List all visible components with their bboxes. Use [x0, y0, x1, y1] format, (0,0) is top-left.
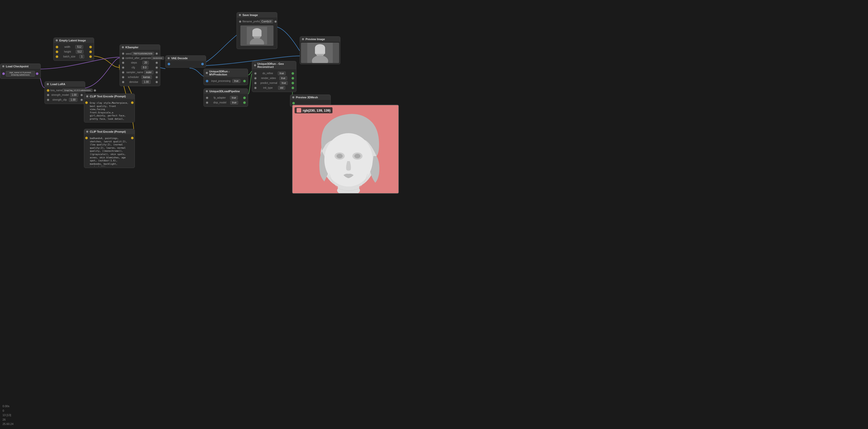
height-port-right[interactable] — [89, 51, 92, 53]
strength-model-port-right[interactable] — [81, 94, 83, 96]
predict-normal-value[interactable]: true — [280, 81, 288, 85]
strength-model-port-left[interactable] — [47, 94, 49, 96]
batch-value[interactable]: 1 — [80, 55, 85, 59]
input-processing-port-left[interactable] — [206, 80, 208, 82]
render-video-row: render_video true — [253, 76, 295, 80]
scheduler-port-left[interactable] — [122, 76, 124, 78]
strength-model-value[interactable]: 1.00 — [70, 93, 79, 97]
init-type-port-right[interactable] — [291, 87, 294, 89]
input-processing-port-right[interactable] — [243, 80, 246, 82]
init-type-port-left[interactable] — [254, 87, 257, 89]
unique3d-pipeline-header: Unique3DLoadPipeline — [204, 89, 248, 94]
denoise-port-right[interactable] — [155, 81, 158, 84]
status-value4: 25.60.24 — [3, 422, 13, 426]
strength-clip-value[interactable]: 1.00 — [69, 98, 78, 102]
render-video-port-left[interactable] — [254, 77, 257, 79]
width-port-right[interactable] — [89, 46, 92, 48]
lora-name-port-right[interactable] — [94, 89, 96, 92]
sampler-value[interactable]: euler — [144, 70, 153, 74]
svg-point-14 — [324, 133, 373, 187]
width-port-left[interactable] — [56, 46, 58, 48]
fp-adapter-port-left[interactable] — [206, 97, 208, 99]
lora-name-port-left[interactable] — [47, 89, 49, 92]
ckpt-port-right[interactable] — [36, 72, 38, 75]
height-label: height — [64, 50, 71, 53]
steps-port-right[interactable] — [155, 62, 158, 64]
disp-model-port-right[interactable] — [243, 101, 246, 104]
batch-port-right[interactable] — [89, 56, 92, 58]
strength-clip-port-left[interactable] — [47, 99, 49, 101]
seed-port-left[interactable] — [122, 52, 124, 55]
do-refine-port-left[interactable] — [254, 72, 257, 75]
width-value[interactable]: 512 — [75, 45, 83, 49]
ksampler-indicator — [122, 46, 124, 48]
vae-in-port[interactable] — [168, 63, 170, 65]
seed-value[interactable]: 788701650962939 — [131, 52, 154, 56]
save-image-title: Save Image — [242, 13, 258, 16]
lora-name-row: lora_name GrayClay_V1.5.5.safetensors — [46, 88, 84, 93]
fp-adapter-port-right[interactable] — [243, 97, 246, 99]
status-time: 0.00s — [3, 404, 13, 409]
control-label: control_after_generate — [125, 57, 151, 60]
filename-port-left[interactable] — [239, 20, 241, 23]
disp-model-port-left[interactable] — [206, 101, 208, 104]
ksampler-header: KSampler — [120, 45, 160, 50]
height-value[interactable]: 512 — [76, 50, 84, 54]
steps-port-left[interactable] — [122, 62, 124, 64]
cfg-value[interactable]: 8.0 — [141, 66, 148, 69]
save-image-indicator — [239, 14, 241, 16]
input-processing-value[interactable]: true — [232, 79, 240, 83]
clip-neg-in-port[interactable] — [85, 137, 88, 139]
filename-port-right[interactable] — [274, 20, 277, 23]
vae-port-row — [167, 62, 205, 66]
svg-point-18 — [354, 154, 361, 158]
clip-pos-out-port[interactable] — [131, 101, 133, 104]
render-video-value[interactable]: true — [279, 76, 287, 80]
denoise-value[interactable]: 1.00 — [142, 80, 150, 84]
preview-image-svg — [307, 43, 333, 63]
height-port-left[interactable] — [56, 51, 58, 53]
width-row: width 512 — [55, 44, 93, 49]
lora-indicator — [47, 83, 49, 85]
init-type-value[interactable]: std — [278, 86, 285, 90]
unique3d-geo-indicator — [254, 64, 256, 66]
scheduler-port-right[interactable] — [155, 76, 158, 78]
steps-label: steps — [131, 61, 137, 64]
do-refine-port-right[interactable] — [291, 72, 294, 75]
preview-3dmesh-title: Preview 3DMesh — [296, 96, 318, 99]
sampler-port-right[interactable] — [155, 71, 158, 74]
lora-name-value[interactable]: GrayClay_V1.5.5.safetensors — [62, 89, 93, 92]
strength-clip-port-right[interactable] — [81, 99, 83, 101]
fp-adapter-value[interactable]: true — [230, 96, 238, 100]
control-value[interactable]: randomize — [151, 57, 164, 60]
mesh-in-port[interactable] — [292, 102, 295, 104]
clip-pos-in-port[interactable] — [85, 101, 88, 104]
clip-neg-out-port[interactable] — [131, 137, 133, 139]
denoise-port-left[interactable] — [122, 81, 124, 84]
disp-model-value[interactable]: true — [230, 101, 238, 104]
clip-neg-textarea[interactable] — [89, 136, 130, 166]
predict-normal-row: predict_normal true — [253, 80, 295, 86]
clip-pos-textarea[interactable] — [89, 100, 130, 121]
load-lora-title: Load LoRA — [50, 82, 65, 86]
predict-normal-port-left[interactable] — [254, 82, 257, 85]
vae-out-port[interactable] — [201, 63, 204, 65]
cfg-port-left[interactable] — [122, 66, 124, 69]
render-video-port-right[interactable] — [291, 77, 294, 79]
batch-port-left[interactable] — [56, 56, 58, 58]
do-refine-value[interactable]: true — [278, 71, 286, 75]
input-processing-label: input_processing — [211, 79, 230, 82]
save-image-header: Save Image — [237, 12, 277, 18]
unique3d-mv-header: Unique3DRun - MVPrediction — [204, 69, 248, 77]
seed-port-right[interactable] — [155, 52, 158, 55]
ckpt-port-left[interactable] — [2, 72, 5, 75]
control-port-left[interactable] — [122, 57, 124, 60]
sampler-port-left[interactable] — [122, 71, 124, 74]
ckpt-value[interactable]: ckpt_name:v1-5-pruned-emaonly.safetensor… — [6, 71, 35, 76]
load-lora-header: Load LoRA — [45, 81, 85, 87]
predict-normal-port-right[interactable] — [291, 82, 294, 85]
filename-value[interactable]: ComfyUI — [260, 20, 273, 23]
steps-value[interactable]: 20 — [143, 61, 149, 65]
cfg-port-right[interactable] — [155, 66, 158, 69]
scheduler-value[interactable]: karras — [142, 75, 152, 79]
